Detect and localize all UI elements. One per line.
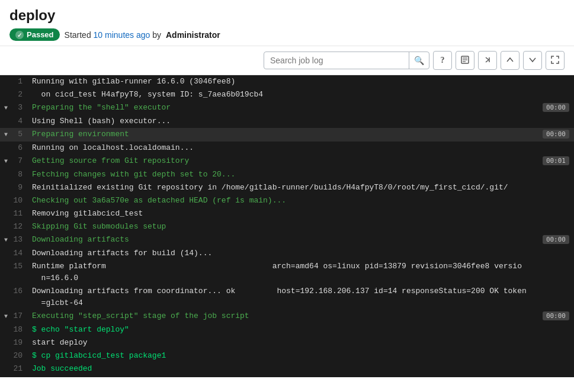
line-content: Executing "step_script" stage of the job…	[30, 310, 538, 322]
line-content: Removing gitlabcicd_test	[30, 208, 569, 220]
help-icon: ?	[441, 56, 445, 65]
log-line: 2 on cicd_test H4afpyT8, system ID: s_7a…	[0, 88, 574, 101]
line-content: $ echo "start deploy"	[30, 324, 569, 336]
raw-log-button[interactable]	[456, 51, 474, 70]
line-number: 8	[12, 169, 30, 181]
help-button[interactable]: ?	[433, 51, 452, 70]
line-content: Downloading artifacts from coordinator..…	[30, 285, 569, 309]
line-number: 6	[12, 142, 30, 154]
log-line: 11Removing gitlabcicd_test	[0, 207, 574, 220]
passed-badge: Passed	[9, 28, 60, 41]
log-line: 6Running on localhost.localdomain...	[0, 142, 574, 155]
arrow-down-icon	[528, 56, 537, 66]
line-number: 16	[12, 285, 30, 297]
line-content: start deploy	[30, 337, 569, 349]
line-content: Checking out 3a6a570e as detached HEAD (…	[30, 195, 569, 207]
search-input[interactable]	[264, 52, 409, 69]
line-number: 11	[12, 208, 30, 220]
line-content: on cicd_test H4afpyT8, system ID: s_7aea…	[30, 89, 569, 101]
line-content: Job succeeded	[30, 363, 569, 375]
line-toggle[interactable]: ▼	[0, 234, 12, 246]
log-line: 16Downloading artifacts from coordinator…	[0, 285, 574, 310]
line-toggle	[0, 350, 12, 351]
line-number: 13	[12, 234, 30, 246]
line-toggle	[0, 324, 12, 324]
badge-label: Passed	[27, 30, 54, 39]
line-toggle[interactable]: ▼	[0, 128, 12, 141]
line-number: 19	[12, 337, 30, 349]
line-toggle	[0, 363, 12, 364]
line-duration: 00:01	[538, 155, 569, 167]
search-icon-btn[interactable]: 🔍	[409, 52, 429, 69]
line-duration: 00:00	[538, 102, 569, 114]
fullscreen-button[interactable]	[546, 51, 565, 70]
line-content: Reinitialized existing Git repository in…	[30, 182, 569, 194]
line-content: Downloading artifacts for build (14)...	[30, 248, 569, 259]
log-line: 8Fetching changes with git depth set to …	[0, 168, 574, 181]
log-line: 14Downloading artifacts for build (14)..…	[0, 247, 574, 260]
log-line: 20$ cp gitlabcicd_test package1	[0, 349, 574, 362]
toolbar: 🔍 ?	[0, 46, 574, 75]
line-toggle	[0, 142, 12, 143]
raw-icon	[461, 56, 469, 66]
line-content: Getting source from Git repository	[30, 155, 538, 167]
line-number: 15	[12, 261, 30, 272]
line-content: $ cp gitlabcicd_test package1	[30, 350, 569, 362]
line-toggle	[0, 285, 12, 286]
scroll-to-section-button[interactable]	[478, 51, 497, 70]
line-number: 12	[12, 221, 30, 233]
line-duration: 00:00	[538, 310, 569, 322]
line-content: Downloading artifacts	[30, 234, 538, 246]
time-link[interactable]: 10 minutes ago	[94, 30, 150, 40]
line-duration: 00:00	[538, 234, 569, 246]
log-line: ▼13Downloading artifacts00:00	[0, 233, 574, 247]
line-number: 3	[12, 102, 30, 114]
line-number: 7	[12, 155, 30, 167]
line-toggle[interactable]: ▼	[0, 155, 12, 168]
log-line: 9Reinitialized existing Git repository i…	[0, 181, 574, 194]
author-name: Administrator	[166, 30, 220, 40]
line-toggle[interactable]: ▼	[0, 102, 12, 114]
line-number: 18	[12, 324, 30, 336]
line-duration: 00:00	[538, 128, 569, 140]
page-title: deploy	[9, 7, 565, 24]
line-toggle[interactable]: ▼	[0, 310, 12, 323]
log-container[interactable]: 1Running with gitlab-runner 16.6.0 (3046…	[0, 75, 574, 377]
log-line: 19start deploy	[0, 336, 574, 349]
line-content: Skipping Git submodules setup	[30, 221, 569, 233]
line-number: 9	[12, 182, 30, 194]
line-toggle	[0, 337, 12, 338]
log-line: ▼7Getting source from Git repository00:0…	[0, 155, 574, 168]
line-toggle	[0, 115, 12, 116]
log-line: 12Skipping Git submodules setup	[0, 220, 574, 233]
log-line: 21Job succeeded	[0, 362, 574, 375]
search-box: 🔍	[264, 52, 429, 69]
scroll-top-button[interactable]	[501, 51, 520, 70]
line-content: Preparing environment	[30, 128, 538, 140]
line-toggle	[0, 76, 12, 76]
line-toggle	[0, 261, 12, 261]
scroll-bottom-button[interactable]	[523, 51, 542, 70]
line-number: 21	[12, 363, 30, 375]
line-number: 1	[12, 76, 30, 88]
fullscreen-icon	[551, 56, 559, 66]
header: deploy Passed Started 10 minutes ago by …	[0, 0, 574, 46]
line-content: Runtime platform arch=amd64 os=linux pid…	[30, 261, 569, 284]
line-content: Using Shell (bash) executor...	[30, 115, 569, 127]
line-content: Preparing the "shell" executor	[30, 102, 538, 114]
log-line: ▼17Executing "step_script" stage of the …	[0, 310, 574, 323]
line-toggle	[0, 208, 12, 208]
line-number: 14	[12, 248, 30, 259]
line-content: Running with gitlab-runner 16.6.0 (3046f…	[30, 76, 569, 88]
scroll-right-icon	[483, 56, 492, 66]
arrow-up-icon	[506, 56, 514, 66]
log-line: 15Runtime platform arch=amd64 os=linux p…	[0, 260, 574, 285]
line-toggle	[0, 89, 12, 89]
status-text: Started 10 minutes ago by	[65, 30, 161, 40]
status-bar: Passed Started 10 minutes ago by Adminis…	[9, 28, 565, 41]
line-number: 4	[12, 115, 30, 127]
line-toggle	[0, 221, 12, 221]
line-toggle	[0, 248, 12, 248]
log-line: 1Running with gitlab-runner 16.6.0 (3046…	[0, 75, 574, 88]
line-number: 5	[12, 128, 30, 140]
